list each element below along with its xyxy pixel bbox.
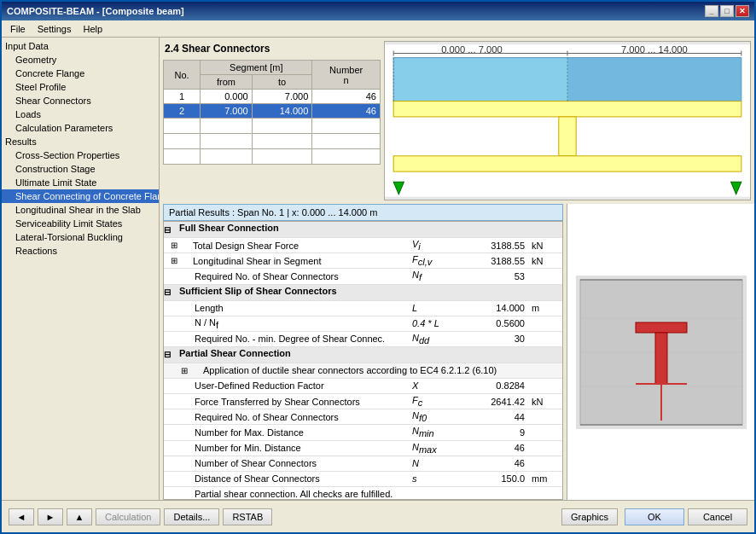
svg-rect-24	[655, 333, 667, 384]
result-row-n-shear[interactable]: Number of Shear Connectors N 46	[164, 456, 562, 472]
table-row[interactable]: 2 7.000 14.000 46	[164, 104, 381, 119]
minimize-button[interactable]: _	[705, 5, 718, 17]
svg-rect-23	[636, 322, 687, 333]
menu-settings[interactable]: Settings	[32, 23, 77, 35]
close-button[interactable]: ✕	[736, 5, 749, 17]
svg-rect-3	[559, 117, 576, 156]
unit-force-transferred: kN	[528, 396, 562, 408]
result-row-req-no2[interactable]: Required No. of Shear Connectors Nf0 44	[164, 409, 562, 425]
svg-rect-4	[393, 156, 741, 171]
sidebar-item-results[interactable]: Results	[2, 135, 159, 148]
desc-req-min: Required No. - min. Degree of Shear Conn…	[181, 333, 409, 345]
val-req-no: 53	[468, 270, 528, 282]
rstab-button[interactable]: RSTAB	[223, 508, 272, 525]
expand-icon[interactable]: ⊞	[171, 241, 177, 250]
result-row-n-nf[interactable]: N / Nf 0.4 * L 0.5600	[164, 316, 562, 332]
unit-reduction	[528, 385, 562, 386]
right-viz-svg	[576, 276, 747, 429]
val-n-nf: 0.5600	[468, 317, 528, 329]
sidebar-item-concrete-flange[interactable]: Concrete Flange	[2, 67, 159, 80]
result-row-length[interactable]: Length L 14.000 m	[164, 301, 562, 316]
sidebar-item-ltb[interactable]: Lateral-Torsional Buckling	[2, 230, 159, 244]
sidebar-item-construction-stage[interactable]: Construction Stage	[2, 162, 159, 176]
result-row-distance[interactable]: Distance of Shear Connectors s 150.0 mm	[164, 472, 562, 487]
val-reduction: 0.8284	[468, 380, 528, 392]
svg-rect-9	[567, 58, 741, 102]
section-sufficient-slip[interactable]: ⊟ Sufficient Slip of Shear Connectors	[164, 285, 562, 301]
result-row-total-shear[interactable]: ⊞ Total Design Shear Force Vi 3188.55 kN	[164, 238, 562, 253]
right-visualization	[567, 204, 754, 500]
desc-n-shear: Number of Shear Connectors	[181, 457, 409, 469]
sym-req-min: Ndd	[409, 332, 468, 346]
cancel-button[interactable]: Cancel	[688, 508, 747, 525]
val-force-transferred: 2641.42	[468, 396, 528, 408]
sidebar-item-reactions[interactable]: Reactions	[2, 244, 159, 258]
sym-force-transferred: Fc	[409, 394, 468, 409]
ok-button[interactable]: OK	[625, 508, 684, 525]
desc-status: Partial shear connection. All checks are…	[181, 488, 562, 500]
forward-button[interactable]: ►	[38, 508, 63, 525]
sidebar-item-longitudinal-shear[interactable]: Longitudinal Shear in the Slab	[2, 203, 159, 217]
sidebar-item-sls[interactable]: Serviceability Limit States	[2, 217, 159, 230]
details-button[interactable]: Details...	[164, 508, 219, 525]
expand-icon[interactable]: ⊟	[164, 225, 171, 235]
graphics-button[interactable]: Graphics	[561, 508, 618, 525]
unit-nmin	[528, 432, 562, 433]
unit-total-shear: kN	[528, 240, 562, 252]
unit-nmax	[528, 447, 562, 449]
sidebar-item-cross-section[interactable]: Cross-Section Properties	[2, 148, 159, 162]
table-row[interactable]: 1 0.000 7.000 46	[164, 90, 381, 104]
table-row-empty	[164, 119, 381, 134]
sidebar-item-geometry[interactable]: Geometry	[2, 53, 159, 67]
sidebar-item-calc-params[interactable]: Calculation Parameters	[2, 121, 159, 135]
sidebar-item-shear-connecting[interactable]: Shear Connecting of Concrete Flange	[2, 189, 159, 203]
sidebar-item-steel-profile[interactable]: Steel Profile	[2, 80, 159, 94]
section-partial-shear[interactable]: ⊟ Partial Shear Connection	[164, 347, 562, 363]
result-row-reduction[interactable]: User-Defined Reduction Factor X 0.8284	[164, 379, 562, 394]
unit-req-no2	[528, 416, 562, 418]
cell-from-1: 0.000	[201, 90, 252, 104]
calculation-button[interactable]: Calculation	[96, 508, 160, 525]
menu-help[interactable]: Help	[78, 23, 108, 35]
section-full-shear[interactable]: ⊟ Full Shear Connection	[164, 222, 562, 238]
back-button[interactable]: ◄	[9, 508, 34, 525]
val-n-shear: 46	[468, 457, 528, 469]
sym-reduction: X	[409, 380, 468, 392]
sym-total-shear: Vi	[409, 238, 468, 252]
result-row-req-no[interactable]: Required No. of Shear Connectors Nf 53	[164, 269, 562, 284]
desc-req-no: Required No. of Shear Connectors	[181, 270, 409, 282]
result-row-force-transferred[interactable]: Force Transferred by Shear Connectors Fc…	[164, 394, 562, 409]
sidebar-item-input-data[interactable]: Input Data	[2, 39, 159, 53]
desc-distance: Distance of Shear Connectors	[181, 473, 409, 485]
sym-n-nf: 0.4 * L	[409, 317, 468, 329]
val-req-min: 30	[468, 333, 528, 345]
window-title: COMPOSITE-BEAM - [Composite beam]	[7, 6, 184, 16]
sym-n-shear: N	[409, 457, 468, 469]
sidebar-item-shear-connectors[interactable]: Shear Connectors	[2, 94, 159, 107]
val-long-shear: 3188.55	[468, 255, 528, 267]
sym-nmin: Nmin	[409, 425, 468, 439]
unit-distance: mm	[528, 473, 562, 485]
table-row-empty	[164, 149, 381, 165]
sidebar-item-loads[interactable]: Loads	[2, 107, 159, 121]
svg-text:0.000 ... 7.000: 0.000 ... 7.000	[441, 44, 503, 55]
sym-distance: s	[409, 473, 468, 485]
sufficient-slip-label: Sufficient Slip of Shear Connectors	[172, 285, 562, 297]
desc-nmax: Number for Min. Distance	[181, 442, 409, 454]
up-button[interactable]: ▲	[67, 508, 92, 525]
expand-icon[interactable]: ⊞	[181, 366, 188, 375]
desc-reduction: User-Defined Reduction Factor	[181, 380, 409, 392]
maximize-button[interactable]: □	[720, 5, 734, 17]
expand-icon[interactable]: ⊟	[164, 350, 171, 359]
unit-n-shear	[528, 462, 562, 464]
sidebar-item-uls[interactable]: Ultimate Limit State	[2, 176, 159, 189]
expand-icon[interactable]: ⊞	[171, 256, 177, 265]
result-row-nmax[interactable]: Number for Min. Distance Nmax 46	[164, 441, 562, 456]
result-row-nmin[interactable]: Number for Max. Distance Nmin 9	[164, 425, 562, 440]
expand-icon[interactable]: ⊟	[164, 287, 171, 297]
result-row-long-shear[interactable]: ⊞ Longitudinal Shear in Segment Fcl,v 31…	[164, 253, 562, 269]
results-scroll[interactable]: ⊟ Full Shear Connection ⊞ Total Design S…	[163, 221, 563, 500]
result-row-req-min[interactable]: Required No. - min. Degree of Shear Conn…	[164, 332, 562, 347]
cell-n-2: 46	[312, 104, 381, 119]
menu-file[interactable]: File	[5, 23, 31, 35]
